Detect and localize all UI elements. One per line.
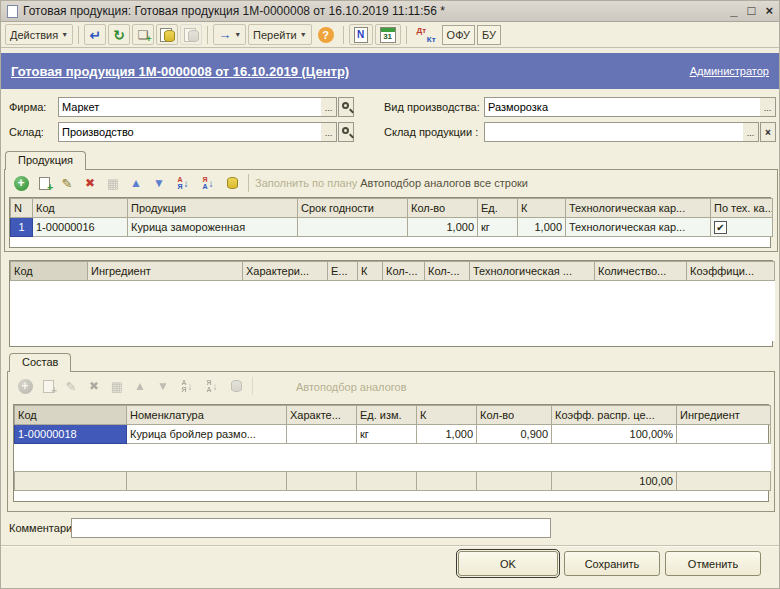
ofu-toggle-button[interactable]: ОФУ bbox=[442, 25, 475, 45]
table-row[interactable]: 1 1-00000016 Курица замороженная 1,000 к… bbox=[11, 218, 773, 237]
firm-search-button[interactable] bbox=[338, 97, 354, 117]
fill-button[interactable] bbox=[226, 376, 246, 396]
number-button[interactable]: N bbox=[349, 24, 373, 45]
products-grid-toolbar: + + ✎ ✖ ▦ ▲ ▼ АЯ↓ ЯА↓ Заполнить по плану… bbox=[11, 173, 528, 193]
selected-code-cell[interactable]: 1-00000018 bbox=[15, 425, 127, 444]
product-warehouse-clear-button[interactable]: × bbox=[760, 122, 776, 142]
product-warehouse-input[interactable] bbox=[484, 122, 743, 142]
production-type-ellipsis-button[interactable]: ... bbox=[760, 97, 776, 117]
move-up-button[interactable]: ▲ bbox=[130, 376, 150, 396]
empty-body bbox=[15, 444, 771, 472]
fill-icon bbox=[227, 177, 238, 189]
production-type-label: Вид производства: bbox=[384, 101, 480, 113]
warehouse-input[interactable] bbox=[58, 122, 321, 142]
products-header-row: N Код Продукция Срок годности Кол-во Ед.… bbox=[11, 199, 773, 218]
composition-header-row: Код Номенклатура Характе... Ед. изм. К К… bbox=[15, 406, 771, 425]
comment-input[interactable] bbox=[71, 518, 551, 538]
copy-document-button[interactable]: ❏+ bbox=[132, 24, 154, 45]
goto-menu-button[interactable]: Перейти ▼ bbox=[248, 24, 312, 45]
maximize-button[interactable]: □ bbox=[748, 2, 756, 20]
delete-row-button[interactable]: ✖ bbox=[84, 376, 104, 396]
chevron-down-icon: ▼ bbox=[234, 31, 241, 38]
by-tech-card-cell[interactable]: ✔ bbox=[711, 218, 773, 237]
save-grid-button[interactable]: ▦ bbox=[107, 376, 127, 396]
delete-row-button[interactable]: ✖ bbox=[80, 173, 100, 193]
edit-row-button[interactable]: ✎ bbox=[61, 376, 81, 396]
ingredients-header-row: Код Ингредиент Характери... Е... К Кол-.… bbox=[11, 262, 775, 281]
tab-composition[interactable]: Состав bbox=[9, 353, 71, 372]
copy-icon: ❏+ bbox=[138, 28, 149, 42]
write-register-button[interactable] bbox=[156, 24, 178, 45]
minimize-button[interactable]: _ bbox=[730, 2, 737, 20]
divider bbox=[1, 545, 779, 547]
copy-row-button[interactable]: + bbox=[34, 173, 54, 193]
toolbar-separator bbox=[343, 26, 344, 44]
warehouse-search-button[interactable] bbox=[338, 122, 354, 142]
row-number-cell[interactable]: 1 bbox=[11, 218, 33, 237]
document-title-link[interactable]: Готовая продукция 1М-0000008 от 16.10.20… bbox=[11, 64, 349, 79]
help-button[interactable]: ? bbox=[314, 24, 338, 45]
totals-row: 100,00 bbox=[15, 472, 771, 491]
fill-button[interactable] bbox=[222, 173, 242, 193]
close-button[interactable]: × bbox=[765, 2, 773, 20]
help-icon: ? bbox=[318, 27, 334, 43]
fill-icon bbox=[231, 380, 242, 392]
save-button[interactable]: Сохранить bbox=[564, 551, 660, 576]
actions-menu-button[interactable]: Действия ▼ bbox=[5, 24, 73, 45]
structure-button[interactable]: → ▼ bbox=[213, 24, 246, 45]
post-close-button[interactable]: ↵ bbox=[84, 24, 106, 45]
toolbar-separator bbox=[248, 174, 249, 192]
chevron-down-icon: ▼ bbox=[300, 31, 307, 38]
table-row[interactable]: 1-00000018 Курица бройлер размо... кг 1,… bbox=[15, 425, 771, 444]
dtkt-button[interactable]: Дт Кт bbox=[412, 24, 440, 45]
firm-ellipsis-button[interactable]: ... bbox=[321, 97, 337, 117]
sort-desc-button[interactable]: ЯА↓ bbox=[201, 376, 223, 396]
refresh-icon: ↻ bbox=[113, 27, 125, 43]
move-up-button[interactable]: ▲ bbox=[126, 173, 146, 193]
date-button[interactable]: 31 bbox=[375, 24, 401, 45]
move-down-button[interactable]: ▼ bbox=[153, 376, 173, 396]
ingredients-table[interactable]: Код Ингредиент Характери... Е... К Кол-.… bbox=[9, 260, 773, 347]
sort-desc-button[interactable]: ЯА↓ bbox=[197, 173, 219, 193]
add-row-button[interactable]: + bbox=[15, 376, 35, 396]
firm-input[interactable] bbox=[58, 97, 321, 117]
checkbox-checked[interactable]: ✔ bbox=[714, 221, 727, 234]
repost-button[interactable]: ↻ bbox=[108, 24, 130, 45]
number-icon: N bbox=[354, 27, 368, 43]
warehouse-ellipsis-button[interactable]: ... bbox=[321, 122, 337, 142]
undo-register-button[interactable] bbox=[180, 24, 202, 45]
production-type-input[interactable] bbox=[484, 97, 760, 117]
firm-label: Фирма: bbox=[9, 101, 46, 113]
fill-by-plan-button[interactable]: Заполнить по плану bbox=[255, 177, 357, 189]
edit-row-button[interactable]: ✎ bbox=[57, 173, 77, 193]
calendar-icon: 31 bbox=[380, 27, 396, 43]
ok-button[interactable]: OK bbox=[458, 551, 558, 576]
sort-asc-button[interactable]: АЯ↓ bbox=[172, 173, 194, 193]
move-down-button[interactable]: ▼ bbox=[149, 173, 169, 193]
add-row-button[interactable]: + bbox=[11, 173, 31, 193]
products-table[interactable]: N Код Продукция Срок годности Кол-во Ед.… bbox=[9, 197, 771, 248]
cancel-button[interactable]: Отменить bbox=[665, 551, 761, 576]
title-bar[interactable]: Готовая продукция: Готовая продукция 1М-… bbox=[1, 1, 779, 22]
debit-credit-icon: Дт Кт bbox=[416, 26, 436, 44]
document-icon bbox=[7, 5, 18, 18]
bu-toggle-button[interactable]: БУ bbox=[477, 25, 501, 45]
product-warehouse-ellipsis-button[interactable]: ... bbox=[743, 122, 759, 142]
empty-body bbox=[11, 281, 775, 341]
main-toolbar: Действия ▼ ↵ ↻ ❏+ → ▼ Перейти ▼ ? N 31 Д… bbox=[1, 22, 779, 48]
autoselect-button[interactable]: Автоподбор аналогов bbox=[296, 381, 407, 393]
document-window: Готовая продукция: Готовая продукция 1М-… bbox=[0, 0, 780, 589]
composition-table[interactable]: Код Номенклатура Характе... Ед. изм. К К… bbox=[13, 404, 769, 502]
sort-asc-button[interactable]: АЯ↓ bbox=[176, 376, 198, 396]
product-warehouse-label: Склад продукции : bbox=[384, 126, 478, 138]
window-title: Готовая продукция: Готовая продукция 1М-… bbox=[23, 4, 722, 18]
user-link[interactable]: Администратор bbox=[690, 65, 769, 77]
toolbar-separator bbox=[207, 26, 208, 44]
save-grid-button[interactable]: ▦ bbox=[103, 173, 123, 193]
chevron-down-icon: ▼ bbox=[61, 31, 68, 38]
database-icon bbox=[164, 30, 175, 42]
autoselect-all-button[interactable]: Автоподбор аналогов все строки bbox=[360, 177, 528, 189]
toolbar-separator bbox=[252, 377, 253, 395]
tab-products[interactable]: Продукция bbox=[5, 151, 86, 170]
copy-row-button[interactable]: + bbox=[38, 376, 58, 396]
